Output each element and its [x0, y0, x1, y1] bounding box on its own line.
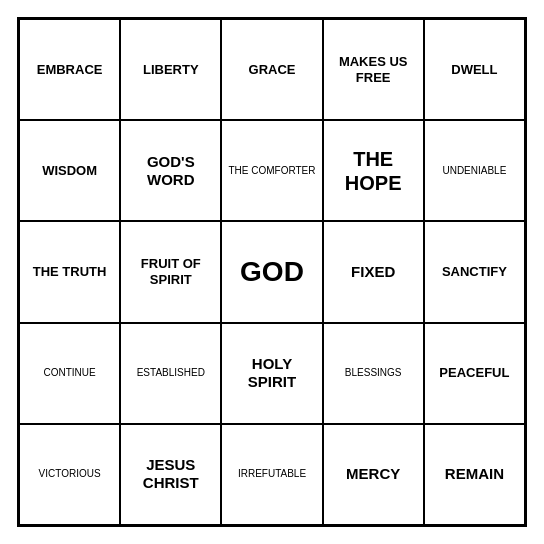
bingo-cell-8: THE HOPE [323, 120, 424, 221]
bingo-cell-7: THE COMFORTER [221, 120, 322, 221]
bingo-cell-17: HOLY SPIRIT [221, 323, 322, 424]
bingo-cell-24: REMAIN [424, 424, 525, 525]
bingo-cell-14: SANCTIFY [424, 221, 525, 322]
bingo-cell-13: FIXED [323, 221, 424, 322]
bingo-board: EMBRACELIBERTYGRACEMAKES US FREEDWELLWIS… [17, 17, 527, 527]
bingo-cell-11: FRUIT OF SPIRIT [120, 221, 221, 322]
bingo-cell-21: JESUS CHRIST [120, 424, 221, 525]
bingo-cell-6: GOD'S WORD [120, 120, 221, 221]
bingo-cell-20: VICTORIOUS [19, 424, 120, 525]
bingo-cell-0: EMBRACE [19, 19, 120, 120]
bingo-cell-19: PEACEFUL [424, 323, 525, 424]
bingo-cell-23: MERCY [323, 424, 424, 525]
bingo-cell-4: DWELL [424, 19, 525, 120]
bingo-cell-10: THE TRUTH [19, 221, 120, 322]
bingo-cell-18: BLESSINGS [323, 323, 424, 424]
bingo-cell-3: MAKES US FREE [323, 19, 424, 120]
bingo-cell-16: ESTABLISHED [120, 323, 221, 424]
bingo-cell-2: GRACE [221, 19, 322, 120]
bingo-cell-5: WISDOM [19, 120, 120, 221]
bingo-cell-22: IRREFUTABLE [221, 424, 322, 525]
bingo-cell-1: LIBERTY [120, 19, 221, 120]
bingo-cell-12: GOD [221, 221, 322, 322]
bingo-cell-9: UNDENIABLE [424, 120, 525, 221]
bingo-cell-15: CONTINUE [19, 323, 120, 424]
